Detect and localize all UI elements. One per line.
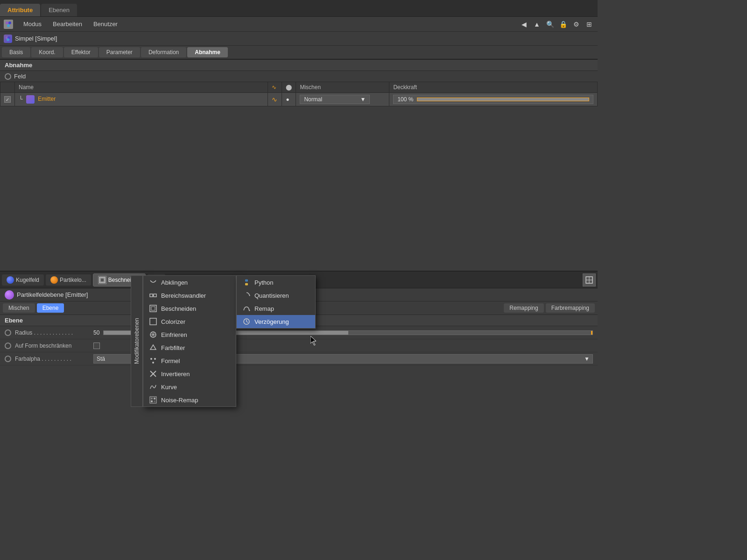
settings-icon[interactable]: ⚙ (571, 20, 581, 29)
wave-icon: ∿ (272, 96, 277, 103)
verzoegerung-icon (242, 317, 251, 326)
particles-icon (50, 276, 58, 284)
form-radio[interactable] (5, 343, 11, 349)
svg-rect-18 (150, 318, 156, 325)
emitter-icon (26, 95, 35, 104)
lock-icon[interactable]: 🔒 (558, 20, 568, 29)
subtab-effektor[interactable]: Effektor (64, 47, 98, 57)
checkbox-checked[interactable]: ✓ (4, 96, 11, 103)
svg-rect-31 (151, 398, 153, 399)
menu-item-farbfilter-label: Farbfilter (161, 344, 185, 351)
menu-item-farbfilter[interactable]: Farbfilter (143, 341, 236, 354)
subtab-abnahme[interactable]: Abnahme (187, 47, 228, 57)
farbalpha-radio[interactable] (5, 356, 11, 362)
field-radio[interactable] (5, 73, 11, 80)
col-mischen: Mischen (296, 82, 389, 93)
emitter-name: Emitter (38, 96, 56, 102)
row-dots: ● (282, 93, 296, 106)
object-title-text: Simpel [Simpel] (15, 35, 57, 42)
menu-item-invertieren[interactable]: Invertieren (143, 367, 236, 380)
menu-item-noise-remap-label: Noise-Remap (161, 397, 198, 404)
svg-point-2 (7, 24, 10, 27)
svg-rect-17 (151, 307, 155, 310)
menu-modus[interactable]: Modus (19, 19, 46, 29)
svg-point-27 (152, 362, 154, 364)
menu-item-colorizer[interactable]: Colorizer (143, 315, 236, 328)
subtab-bar: Basis Koord. Effektor Parameter Deformat… (0, 46, 598, 60)
field-row: Feld (0, 71, 598, 82)
search-icon[interactable]: 🔍 (545, 20, 555, 29)
python-icon (242, 278, 251, 287)
bottom-subtab-remapping[interactable]: Remapping (504, 303, 543, 313)
quantisieren-icon (242, 291, 251, 300)
menu-item-einfrieren-label: Einfrieren (161, 331, 187, 338)
row-mischen[interactable]: Normal ▼ (296, 93, 389, 106)
farbfilter-icon (149, 343, 157, 352)
menu-item-einfrieren[interactable]: Einfrieren (143, 328, 236, 341)
form-checkbox[interactable] (93, 343, 100, 349)
menu-item-noise-remap[interactable]: Noise-Remap (143, 393, 236, 406)
field-label: Feld (14, 73, 26, 80)
menu-item-bereichswandler[interactable]: Bereichswandler (143, 289, 236, 302)
back-icon[interactable]: ◀ (519, 20, 529, 29)
menu-item-abklingen[interactable]: Abklingen (143, 276, 236, 289)
menu-item-formel[interactable]: Formel (143, 354, 236, 367)
forward-icon[interactable]: ▲ (532, 20, 542, 29)
vertical-label: Modifikatorebenen (131, 275, 143, 407)
col-name: Name (15, 82, 268, 93)
menu-item-python-label: Python (254, 279, 273, 286)
menu-item-remap-label: Remap (254, 305, 274, 312)
menu-item-abklingen-label: Abklingen (161, 279, 188, 286)
mischen-dropdown[interactable]: Normal ▼ (300, 95, 370, 104)
radius-radio[interactable] (5, 329, 11, 336)
context-menu-left: Abklingen Bereichswandler Beschneiden Co… (143, 275, 236, 407)
row-wave: ∿ (268, 93, 282, 106)
bottom-tab-kugelfeld-label: Kugelfeld (16, 277, 39, 283)
noise-remap-icon (149, 396, 157, 404)
bottom-tab-kugelfeld[interactable]: Kugelfeld (2, 274, 44, 286)
expand-icon[interactable]: ⊞ (585, 20, 594, 29)
row-name: └ Emitter (15, 93, 268, 106)
subtab-parameter[interactable]: Parameter (99, 47, 140, 57)
einfrieren-icon (149, 330, 157, 339)
subtab-deformation[interactable]: Deformation (141, 47, 186, 57)
subtab-koord[interactable]: Koord. (31, 47, 63, 57)
menu-item-kurve[interactable]: Kurve (143, 380, 236, 393)
menu-item-quantisieren[interactable]: Quantisieren (237, 289, 315, 302)
bottom-tab-partikelo[interactable]: Partikelo... (46, 274, 91, 286)
sphere-icon (7, 276, 14, 284)
object-title-bar: Simpel [Simpel] (0, 32, 598, 46)
colorizer-icon (149, 317, 157, 326)
menu-benutzer[interactable]: Benutzer (89, 19, 122, 29)
bottom-subtab-mischen[interactable]: Mischen (3, 303, 35, 313)
particle-field-icon (5, 290, 14, 300)
row-check[interactable]: ✓ (0, 93, 15, 106)
radius-value: 50 (93, 329, 99, 336)
menu-item-verzoegerung[interactable]: Verzögerung (237, 315, 315, 328)
menu-item-invertieren-label: Invertieren (161, 371, 190, 378)
menu-item-python[interactable]: Python (237, 276, 315, 289)
row-deckkraft: 100 % (389, 93, 598, 106)
bottom-subtab-farbremapping[interactable]: Farbremapping (546, 303, 595, 313)
bottom-subtab-ebene[interactable]: Ebene (37, 303, 64, 313)
remap-icon (242, 304, 251, 313)
main-content-area (0, 106, 598, 237)
menu-bearbeiten[interactable]: Bearbeiten (48, 19, 87, 29)
menu-item-beschneiden[interactable]: Beschneiden (143, 302, 236, 315)
form-label: Auf Form beschränken (15, 343, 90, 349)
bottom-subtab-right: Remapping Farbremapping (504, 303, 595, 313)
dropdown-arrow: ▼ (360, 96, 366, 103)
menu-item-remap[interactable]: Remap (237, 302, 315, 315)
svg-point-0 (6, 21, 8, 24)
subtab-basis[interactable]: Basis (2, 47, 30, 57)
menu-item-formel-label: Formel (161, 357, 180, 364)
svg-rect-14 (154, 294, 156, 297)
farbalpha-dropdown-arrow: ▼ (584, 356, 590, 362)
col-wave: ∿ (268, 82, 282, 93)
tab-attribute[interactable]: Attribute (0, 4, 40, 16)
tab-ebenen[interactable]: Ebenen (41, 4, 77, 16)
menu-item-kurve-label: Kurve (161, 384, 177, 391)
svg-rect-32 (154, 398, 155, 399)
field-table: Name ∿ ⬤ Mischen Deckkraft ✓ └ Emitter ∿ (0, 82, 598, 106)
bottom-right-icon[interactable] (583, 273, 596, 287)
